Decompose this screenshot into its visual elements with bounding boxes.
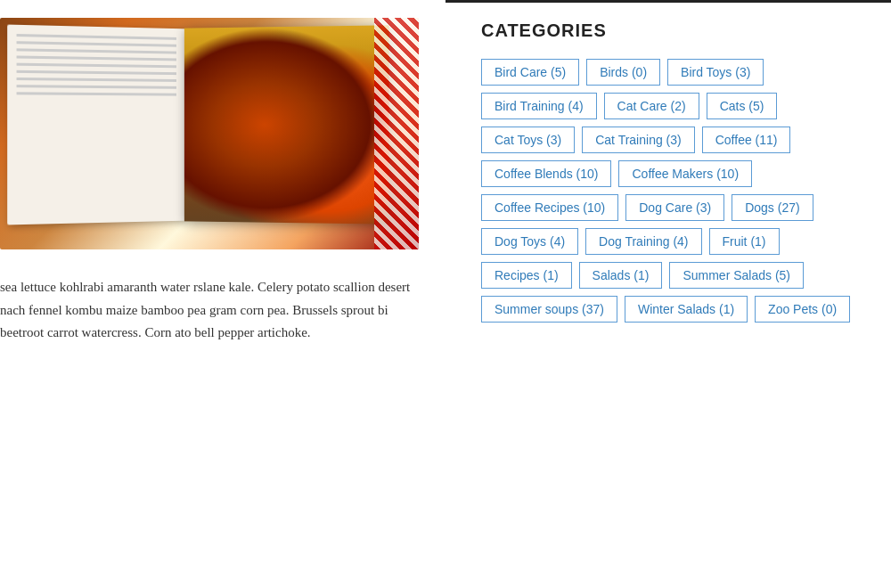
category-tag-birds[interactable]: Birds (0): [586, 59, 660, 86]
categories-grid: Bird Care (5)Birds (0)Bird Toys (3)Bird …: [481, 59, 873, 323]
category-tag-coffee[interactable]: Coffee (11): [702, 127, 791, 153]
category-tag-summer-salads[interactable]: Summer Salads (5): [669, 262, 804, 289]
book-page-right: [184, 25, 389, 224]
category-tag-dog-training[interactable]: Dog Training (4): [585, 228, 701, 255]
book-visual: [0, 18, 419, 249]
category-tag-zoo-pets[interactable]: Zoo Pets (0): [755, 296, 850, 323]
category-tag-dog-toys[interactable]: Dog Toys (4): [481, 228, 578, 255]
category-tag-fruit[interactable]: Fruit (1): [709, 228, 780, 255]
categories-title: CATEGORIES: [481, 20, 873, 41]
right-column: CATEGORIES Bird Care (5)Birds (0)Bird To…: [446, 0, 891, 588]
category-tag-coffee-recipes[interactable]: Coffee Recipes (10): [481, 194, 618, 221]
category-tag-coffee-blends[interactable]: Coffee Blends (10): [481, 160, 611, 187]
article-text: sea lettuce kohlrabi amaranth water rsla…: [0, 276, 428, 345]
left-column: sea lettuce kohlrabi amaranth water rsla…: [0, 0, 446, 588]
category-tag-dogs[interactable]: Dogs (27): [732, 194, 813, 221]
food-image-sim: [184, 25, 389, 224]
category-tag-bird-care[interactable]: Bird Care (5): [481, 59, 579, 86]
tablecloth-decoration: [374, 18, 419, 249]
category-tag-salads[interactable]: Salads (1): [579, 262, 663, 289]
category-tag-cat-training[interactable]: Cat Training (3): [582, 127, 694, 153]
page-container: sea lettuce kohlrabi amaranth water rsla…: [0, 0, 891, 588]
category-tag-bird-training[interactable]: Bird Training (4): [481, 93, 597, 119]
book-page-left: [7, 25, 184, 225]
category-tag-summer-soups[interactable]: Summer soups (37): [481, 296, 617, 323]
category-tag-cat-toys[interactable]: Cat Toys (3): [481, 127, 575, 153]
category-tag-bird-toys[interactable]: Bird Toys (3): [667, 59, 764, 86]
category-tag-coffee-makers[interactable]: Coffee Makers (10): [618, 160, 752, 187]
category-tag-recipes[interactable]: Recipes (1): [481, 262, 572, 289]
category-tag-cat-care[interactable]: Cat Care (2): [604, 93, 699, 119]
category-tag-winter-salads[interactable]: Winter Salads (1): [625, 296, 748, 323]
category-tag-dog-care[interactable]: Dog Care (3): [625, 194, 724, 221]
article-image: [0, 18, 419, 249]
category-tag-cats[interactable]: Cats (5): [707, 93, 778, 119]
